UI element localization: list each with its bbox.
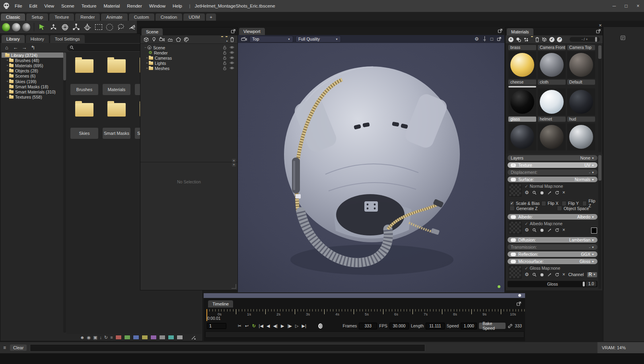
- tab-scene[interactable]: Scene: [142, 28, 163, 35]
- map-search-icon[interactable]: [532, 191, 537, 195]
- tab-viewport[interactable]: Viewport: [239, 28, 265, 35]
- current-frame-field[interactable]: 1: [207, 323, 226, 329]
- console-field[interactable]: [30, 344, 425, 352]
- menu-file[interactable]: File: [11, 4, 26, 8]
- list-icon[interactable]: ≡: [110, 335, 113, 340]
- fps-field[interactable]: 30.000: [389, 323, 409, 329]
- surface-dropdown[interactable]: Normals▼: [575, 177, 594, 182]
- window-minimize-button[interactable]: ─: [608, 0, 620, 12]
- tab-timeline[interactable]: Timeline: [208, 300, 233, 308]
- workspace-tab-classic[interactable]: Classic: [1, 14, 25, 21]
- folder-thumbnail-brushes[interactable]: [75, 59, 93, 73]
- material-thumb-cheese[interactable]: [508, 51, 536, 78]
- folder-thumbnail-skies[interactable]: [75, 103, 93, 117]
- add-object-cube-icon[interactable]: [144, 37, 149, 42]
- folder-label-materials[interactable]: Materials: [103, 84, 130, 95]
- log-menu-icon[interactable]: ≡: [3, 345, 6, 350]
- camera-select-dropdown[interactable]: Top▼: [249, 36, 293, 43]
- albedo-color-swatch[interactable]: [591, 228, 597, 234]
- scene-popout-icon[interactable]: [231, 29, 235, 34]
- menu-window[interactable]: Window: [146, 4, 169, 8]
- undo-icon[interactable]: ↩: [244, 323, 249, 329]
- select-cursor-tool[interactable]: [38, 22, 47, 32]
- scene-node-cameras[interactable]: + Cameras: [140, 55, 237, 60]
- albedo-row[interactable]: Albedo: Albedo▼: [508, 214, 597, 220]
- quality-select-dropdown[interactable]: Full Quality▼: [296, 36, 341, 43]
- map-enabled-check-icon[interactable]: ✓: [525, 221, 528, 226]
- menu-edit[interactable]: Edit: [26, 4, 41, 8]
- color-swatch-blue[interactable]: [133, 335, 139, 340]
- keyframe-icon[interactable]: [318, 323, 323, 329]
- texture-row[interactable]: − Texture UV▼: [508, 162, 597, 168]
- material-thumb-glass[interactable]: [508, 88, 536, 115]
- visibility-eye-icon[interactable]: [230, 61, 234, 65]
- reflection-toggle-icon[interactable]: [511, 253, 516, 256]
- tab-materials[interactable]: Materials: [507, 28, 533, 35]
- map-clear-icon[interactable]: ×: [562, 190, 565, 195]
- generate-z-checkbox[interactable]: [510, 206, 515, 211]
- diffusion-row[interactable]: Diffusion: Lambertian▼: [508, 237, 597, 243]
- forward-icon[interactable]: →: [21, 45, 27, 51]
- microsurface-dropdown[interactable]: Gloss▼: [580, 259, 594, 264]
- transmission-dropdown[interactable]: -▼: [589, 245, 594, 249]
- lock-icon[interactable]: [223, 61, 227, 65]
- frames-field[interactable]: 333: [359, 323, 377, 329]
- tree-item-library[interactable]: −Library (3724): [2, 53, 63, 58]
- map-reload-icon[interactable]: [555, 191, 559, 195]
- material-label-cloth[interactable]: cloth: [538, 80, 566, 85]
- channel-dropdown[interactable]: R▼: [587, 272, 597, 277]
- camera-slate-icon[interactable]: [241, 37, 247, 41]
- next-frame-button[interactable]: |▶: [287, 323, 292, 329]
- menu-texture[interactable]: Texture: [78, 4, 100, 8]
- menu-help[interactable]: Help: [169, 4, 186, 8]
- timeline-top-strip[interactable]: [204, 293, 525, 298]
- displacement-dropdown[interactable]: -▼: [589, 170, 594, 175]
- material-thumb-unlabeled-3[interactable]: [567, 123, 595, 150]
- add-camera-icon[interactable]: [159, 37, 165, 42]
- surface-toggle-icon[interactable]: [511, 178, 516, 181]
- folder-thumbnail-smart-masks[interactable]: [107, 103, 126, 117]
- map-clear-icon[interactable]: ×: [562, 227, 565, 233]
- download-icon[interactable]: ↓: [100, 335, 102, 340]
- new-folder-icon[interactable]: [531, 37, 533, 42]
- layers-row[interactable]: Layers None▼: [508, 155, 597, 161]
- gloss-slider-row[interactable]: Gloss 1.0: [508, 281, 597, 287]
- smiley-icon[interactable]: ☻: [80, 335, 85, 340]
- material-thumb-unlabeled-1[interactable]: [508, 123, 536, 150]
- visibility-eye-icon[interactable]: [230, 56, 234, 60]
- tree-item-smart-materials[interactable]: +Smart Materials (310): [2, 89, 63, 94]
- flip-y-checkbox[interactable]: [562, 201, 566, 206]
- collapsed-panel-icon[interactable]: [620, 35, 626, 41]
- albedo-dropdown[interactable]: Albedo▼: [577, 214, 594, 219]
- folder-thumbnail-materials[interactable]: [107, 59, 126, 73]
- color-swatch-purple[interactable]: [150, 335, 157, 340]
- instance-material-icon[interactable]: [516, 37, 521, 42]
- tab-tool-settings[interactable]: Tool Settings: [50, 35, 85, 43]
- map-search-icon[interactable]: [532, 273, 537, 277]
- map-sphere-preview-icon[interactable]: [540, 191, 544, 195]
- library-tree-scrollbar[interactable]: [63, 53, 66, 333]
- workspace-tab-texture[interactable]: Texture: [49, 14, 74, 21]
- thumbnail-size-slider[interactable]: - / +: [570, 37, 600, 42]
- scale-tool[interactable]: [72, 22, 81, 32]
- surface-row[interactable]: Surface: Normals▼: [508, 177, 597, 182]
- timeline-track[interactable]: [205, 331, 524, 338]
- scene-node-render[interactable]: ⚙ Render: [140, 50, 237, 55]
- map-search-icon[interactable]: [532, 228, 537, 232]
- menu-material[interactable]: Material: [100, 4, 123, 8]
- tree-item-objects[interactable]: +Objects (28): [2, 68, 63, 74]
- splitter-up-icon[interactable]: ▲: [232, 159, 236, 162]
- material-thumb-cloth[interactable]: [538, 51, 566, 78]
- menu-view[interactable]: View: [41, 4, 58, 8]
- loop-playback-icon[interactable]: ↻: [251, 323, 257, 329]
- map-settings-gear-icon[interactable]: ⚙: [525, 227, 529, 233]
- tree-item-skies[interactable]: +Skies (199): [2, 79, 63, 84]
- viewport-popout-icon[interactable]: [498, 29, 502, 33]
- material-label-default[interactable]: Default: [567, 80, 595, 85]
- scene-node-root[interactable]: − Scene: [140, 45, 237, 50]
- color-swatch-gray[interactable]: [159, 335, 165, 340]
- add-material-palette-icon[interactable]: [184, 37, 189, 42]
- display-icon[interactable]: ▣: [93, 335, 97, 340]
- tab-history[interactable]: History: [26, 35, 49, 43]
- console-input[interactable]: [30, 345, 425, 351]
